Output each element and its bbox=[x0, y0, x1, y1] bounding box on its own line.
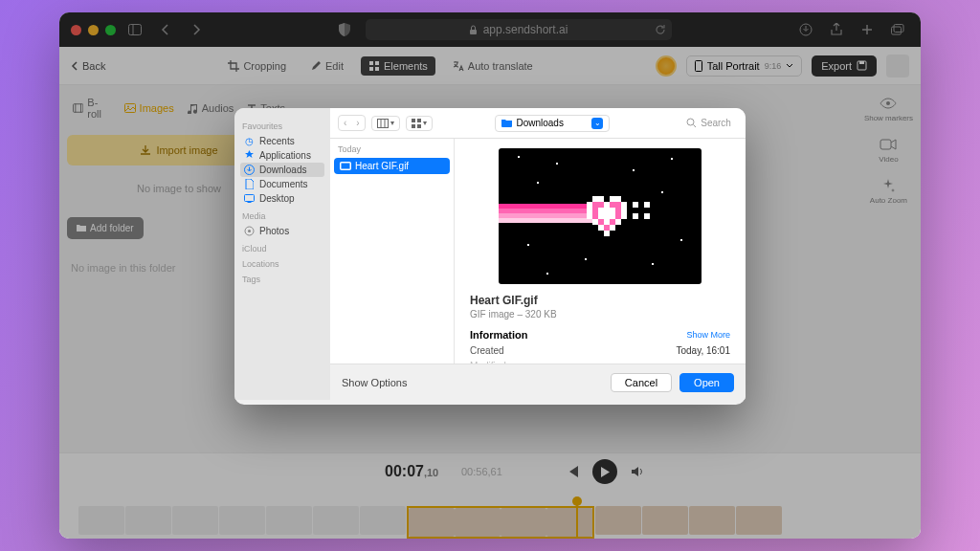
browser-window: app.sendshort.ai Back Cropping Edit Elem… bbox=[59, 12, 921, 539]
file-name: Heart GIF.gif bbox=[355, 161, 409, 171]
created-label: Created bbox=[470, 345, 504, 356]
view-grid-button[interactable]: ▾ bbox=[406, 116, 433, 131]
location-label: Downloads bbox=[516, 118, 563, 128]
desktop-icon bbox=[243, 194, 255, 203]
list-section-today: Today bbox=[334, 144, 450, 154]
search-placeholder: Search bbox=[701, 118, 731, 128]
file-list: Today Heart GIF.gif bbox=[330, 139, 455, 364]
document-icon bbox=[243, 179, 255, 189]
nav-buttons: ‹ › bbox=[338, 115, 366, 131]
nav-back-button[interactable]: ‹ bbox=[339, 116, 351, 130]
media-label: Media bbox=[242, 211, 323, 221]
sidebar-item-recents[interactable]: ◷Recents bbox=[240, 134, 324, 148]
sidebar-item-documents[interactable]: Documents bbox=[240, 177, 324, 191]
photos-icon bbox=[243, 226, 255, 236]
view-columns-button[interactable]: ▾ bbox=[371, 116, 400, 131]
show-more-link[interactable]: Show More bbox=[686, 330, 730, 340]
download-folder-icon bbox=[243, 165, 255, 175]
icloud-label: iCloud bbox=[242, 244, 323, 253]
svg-rect-21 bbox=[244, 195, 254, 202]
preview-meta: GIF image – 320 KB bbox=[470, 309, 730, 320]
nav-forward-button[interactable]: › bbox=[351, 116, 364, 130]
file-dialog-main: ‹ › ▾ ▾ Downloads ⌄ Search bbox=[330, 108, 746, 400]
search-field[interactable]: Search bbox=[686, 118, 738, 128]
svg-rect-25 bbox=[377, 119, 388, 127]
apps-icon bbox=[243, 150, 255, 161]
location-dropdown[interactable]: Downloads ⌄ bbox=[495, 115, 610, 132]
svg-point-24 bbox=[248, 230, 251, 232]
file-dialog-sidebar: Favourites ◷Recents Applications Downloa… bbox=[234, 108, 330, 400]
svg-line-33 bbox=[694, 125, 697, 128]
svg-rect-30 bbox=[412, 124, 415, 128]
svg-point-32 bbox=[687, 119, 694, 125]
show-options-button[interactable]: Show Options bbox=[342, 377, 407, 388]
folder-icon bbox=[501, 119, 512, 127]
cancel-button[interactable]: Cancel bbox=[611, 373, 672, 392]
info-row-modified: Modified bbox=[470, 361, 730, 364]
columns-icon bbox=[377, 119, 389, 128]
info-label: Information bbox=[470, 329, 528, 341]
locations-label: Locations bbox=[242, 259, 323, 269]
chevron-down-icon: ⌄ bbox=[591, 118, 603, 129]
search-icon bbox=[686, 118, 697, 128]
modified-label: Modified bbox=[470, 361, 506, 364]
file-preview: Heart GIF.gif GIF image – 320 KB Informa… bbox=[455, 139, 746, 364]
gif-file-icon bbox=[340, 162, 351, 170]
info-header: Information Show More bbox=[470, 329, 730, 341]
clock-icon: ◷ bbox=[243, 136, 255, 146]
preview-filename: Heart GIF.gif bbox=[470, 294, 730, 307]
svg-rect-31 bbox=[417, 124, 421, 128]
created-value: Today, 16:01 bbox=[676, 345, 730, 356]
sidebar-item-downloads[interactable]: Downloads bbox=[240, 163, 324, 177]
svg-rect-28 bbox=[412, 119, 415, 122]
open-button[interactable]: Open bbox=[679, 373, 734, 392]
file-item-selected[interactable]: Heart GIF.gif bbox=[334, 158, 450, 174]
svg-rect-35 bbox=[342, 164, 350, 169]
grid-icon bbox=[412, 119, 421, 128]
file-dialog-toolbar: ‹ › ▾ ▾ Downloads ⌄ Search bbox=[330, 108, 746, 139]
svg-rect-29 bbox=[417, 119, 421, 122]
sidebar-item-photos[interactable]: Photos bbox=[240, 224, 324, 238]
sidebar-item-desktop[interactable]: Desktop bbox=[240, 191, 324, 206]
sidebar-item-applications[interactable]: Applications bbox=[240, 148, 324, 163]
tags-label: Tags bbox=[242, 275, 323, 284]
preview-image bbox=[499, 148, 702, 284]
favourites-label: Favourites bbox=[242, 121, 323, 131]
file-dialog-footer: Show Options Cancel Open bbox=[330, 364, 746, 400]
info-row-created: Created Today, 16:01 bbox=[470, 345, 730, 356]
file-open-dialog: Favourites ◷Recents Applications Downloa… bbox=[234, 108, 746, 405]
